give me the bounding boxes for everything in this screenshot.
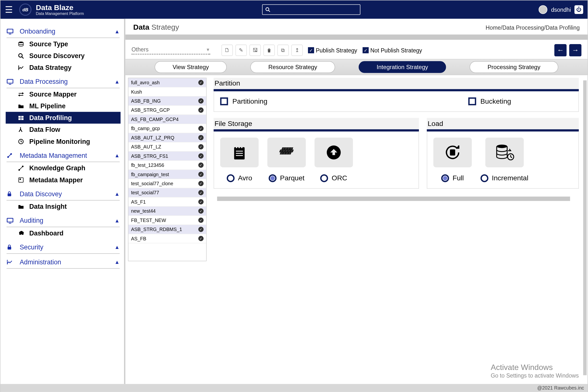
sidebar-item-source-type[interactable]: Source Type xyxy=(6,38,120,50)
sidebar-group-security[interactable]: Security▲ xyxy=(6,240,120,254)
sidebar-group-auditing[interactable]: Auditing▲ xyxy=(6,214,120,227)
new-file-button[interactable]: 🗋 xyxy=(222,44,233,56)
load-tile-incremental[interactable] xyxy=(485,138,524,167)
sidebar-group-onboanding[interactable]: Onboanding▲ xyxy=(6,25,120,38)
brand-subtitle: Data Management Platform xyxy=(36,11,84,16)
tab-integration-strategy[interactable]: Integration Strategy xyxy=(359,61,446,73)
svg-line-16 xyxy=(19,129,20,132)
sidebar-item-data-insight[interactable]: Data Insight xyxy=(6,200,120,212)
sidebar-group-administration[interactable]: Administration▲ xyxy=(6,256,120,268)
grid-icon xyxy=(18,115,28,120)
sidebar-group-data-discovey[interactable]: Data Discovey▲ xyxy=(6,188,120,200)
entity-row[interactable]: AS_FB_CAMP_GCP4 xyxy=(128,115,206,124)
brand-block: Data Blaze Data Management Platform xyxy=(36,4,84,16)
chevron-up-icon: ▲ xyxy=(114,28,120,34)
sidebar-group-metadata-management[interactable]: Metadata Management▲ xyxy=(6,149,120,162)
bucketing-checkbox[interactable]: Bucketing xyxy=(468,98,511,105)
copy-button[interactable]: ⧉ xyxy=(277,44,288,56)
map-icon xyxy=(18,177,28,183)
file-storage-radio-parquet[interactable]: Parquet xyxy=(268,174,304,182)
file-storage-radio-avro[interactable]: Avro xyxy=(226,174,252,182)
check-icon: ✓ xyxy=(198,144,203,149)
file-storage-tile-parquet[interactable] xyxy=(267,138,306,167)
svg-point-53 xyxy=(496,144,507,148)
file-storage-radio-orc[interactable]: ORC xyxy=(320,174,347,182)
file-storage-title: File Storage xyxy=(214,118,419,131)
config-area: Partition Partitioning Bucketing File St… xyxy=(210,78,588,384)
tab-processing-strategy[interactable]: Processing Strategy xyxy=(470,61,558,73)
chevron-up-icon: ▲ xyxy=(114,217,120,224)
avatar-icon[interactable] xyxy=(539,5,548,14)
sidebar-item-source-mapper[interactable]: Source Mapper xyxy=(6,88,120,100)
username: dsondhi xyxy=(551,6,571,13)
others-dropdown[interactable]: Others▼ xyxy=(132,46,210,54)
entity-row[interactable]: ASB_AUT_LZ_PRQ✓ xyxy=(128,133,206,142)
radio-icon xyxy=(320,174,328,182)
entity-list[interactable]: full_avro_ash✓KushASB_FB_ING✓ASB_STRG_GC… xyxy=(128,78,206,261)
svg-rect-50 xyxy=(288,152,291,154)
chevron-down-icon: ▼ xyxy=(206,47,210,52)
entity-row[interactable]: full_avro_ash✓ xyxy=(128,78,206,87)
entity-row[interactable]: fb_camp_gcp✓ xyxy=(128,124,206,133)
sidebar-item-source-discovery[interactable]: Source Discovery xyxy=(6,50,120,62)
entity-row[interactable]: AS_FB✓ xyxy=(128,234,206,243)
entity-row[interactable]: fb_test_123456✓ xyxy=(128,161,206,170)
entity-row[interactable]: test_social77✓ xyxy=(128,188,206,197)
next-button[interactable]: → xyxy=(569,44,582,56)
entity-row[interactable]: FB_TEST_NEW✓ xyxy=(128,216,206,225)
svg-line-1 xyxy=(268,10,270,12)
sidebar-group-data-processing[interactable]: Data Processing▲ xyxy=(6,75,120,88)
load-radio-full[interactable]: Full xyxy=(441,174,464,182)
publish-checkbox[interactable]: ✓Publish Strategy xyxy=(308,47,357,54)
entity-row[interactable]: ASB_AUT_LZ✓ xyxy=(128,142,206,152)
entity-row[interactable]: ASB_FB_ING✓ xyxy=(128,96,206,106)
file-storage-tile-avro[interactable] xyxy=(220,138,259,167)
svg-point-21 xyxy=(10,153,12,154)
topbar: ☰ dB Data Blaze Data Management Platform… xyxy=(0,0,588,19)
power-button[interactable]: ⏻ xyxy=(574,5,583,14)
sidebar-item-dashboard[interactable]: Dashboard xyxy=(6,227,120,239)
svg-rect-14 xyxy=(21,118,24,120)
file-storage-tile-orc[interactable] xyxy=(314,138,353,167)
entity-row[interactable]: new_test44✓ xyxy=(128,206,206,216)
tab-resource-strategy[interactable]: Resource Strategy xyxy=(250,61,335,73)
prev-button[interactable]: ← xyxy=(554,44,567,56)
sidebar-item-ml-pipeline[interactable]: ML Pipeline xyxy=(6,100,120,112)
brand-title: Data Blaze xyxy=(36,4,84,11)
entity-row[interactable]: test_social77_clone✓ xyxy=(128,179,206,188)
hamburger-icon[interactable]: ☰ xyxy=(5,4,13,15)
svg-rect-11 xyxy=(18,116,20,117)
entity-row[interactable]: fb_campaign_test✓ xyxy=(128,170,206,179)
not-publish-checkbox[interactable]: ✓Not Publish Strategy xyxy=(362,47,422,54)
bottom-separator xyxy=(217,196,570,201)
entity-row[interactable]: ASB_STRG_GCP✓ xyxy=(128,106,206,115)
sidebar-item-data-strategy[interactable]: Data Strategy xyxy=(6,62,120,73)
check-icon: ✓ xyxy=(198,172,203,177)
delete-button[interactable] xyxy=(264,44,275,56)
partitioning-checkbox[interactable]: Partitioning xyxy=(220,98,268,105)
search-input[interactable] xyxy=(262,4,360,15)
check-icon: ✓ xyxy=(198,226,203,232)
sidebar-item-data-profiling[interactable]: Data Profiling xyxy=(6,112,120,124)
entity-row[interactable]: AS_F1✓ xyxy=(128,198,206,206)
tab-view-strategy[interactable]: View Strategy xyxy=(154,61,226,73)
save-button[interactable]: 🖫 xyxy=(250,44,261,56)
sidebar-item-data-flow[interactable]: Data Flow xyxy=(6,124,120,136)
check-icon: ✓ xyxy=(198,98,203,104)
search-icon xyxy=(265,7,270,12)
sidebar-item-knowledge-graph[interactable]: Knowledge Graph xyxy=(6,162,120,174)
entity-row[interactable]: ASB_STRG_RDBMS_1✓ xyxy=(128,225,206,234)
upload-button[interactable]: ↥ xyxy=(291,44,302,56)
edit-button[interactable]: ✎ xyxy=(236,44,247,56)
link-icon xyxy=(6,152,17,158)
lock-icon xyxy=(6,190,17,197)
load-tile-full[interactable] xyxy=(434,138,472,167)
svg-line-17 xyxy=(20,129,22,132)
breadcrumb[interactable]: Home/Data Processing/Data Profiling xyxy=(486,24,580,31)
sidebar-item-pipeline-monitoring[interactable]: Pipeline Monitoring xyxy=(6,136,120,147)
entity-row[interactable]: ASB_STRG_FS1✓ xyxy=(128,152,206,161)
toolbar: Others▼ 🗋 ✎ 🖫 ⧉ ↥ ✓Publish Strategy ✓Not… xyxy=(126,40,588,59)
sidebar-item-metadata-mapper[interactable]: Metadata Mapper xyxy=(6,174,120,186)
entity-row[interactable]: Kush xyxy=(128,88,206,96)
load-radio-incremental[interactable]: Incremental xyxy=(480,174,528,182)
